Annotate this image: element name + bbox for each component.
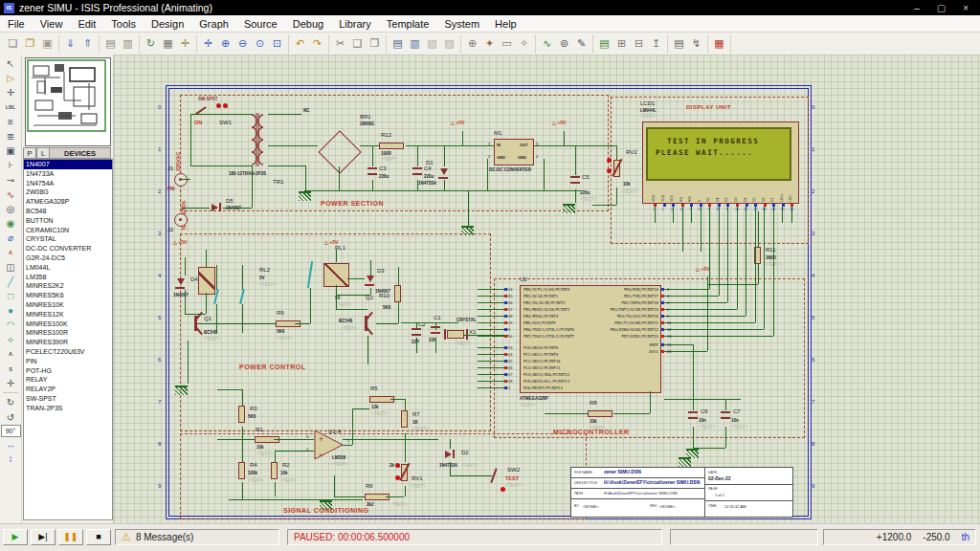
sw2-ref[interactable]: SW2 [507,467,520,473]
remove-sheet-icon[interactable]: ⊟ [631,35,647,52]
block-move-icon[interactable]: ▥ [407,35,423,52]
br1-ref[interactable]: BR1 [360,114,371,120]
component-J1[interactable] [174,173,188,187]
wire-label-mode-icon[interactable]: LBL [2,100,19,115]
r10-ref[interactable]: R10 [379,293,390,298]
menu-system[interactable]: System [436,17,487,31]
message-panel[interactable]: ⚠ 8 Message(s) [115,529,279,545]
device-MINRES10K[interactable]: MINRES10K [24,300,112,310]
redo-icon[interactable]: ↷ [309,35,325,52]
pan-icon[interactable]: ✛ [200,35,216,52]
c6-ref[interactable]: C6 [701,408,708,414]
decompose-icon[interactable]: ✧ [516,35,532,52]
device-list[interactable]: 1N40071N4733A1N4754A2W08GATMEGA328PBC548… [23,159,113,520]
device-1N4733A[interactable]: 1N4733A [24,169,112,179]
generator-mode-icon[interactable]: ◉ [2,216,19,231]
device-TRAN-2P3S[interactable]: TRAN-2P3S [24,404,112,413]
minimize-button[interactable]: – [914,3,920,13]
menu-library[interactable]: Library [331,17,379,31]
r5-ref[interactable]: R5 [370,386,378,391]
bus-mode-icon[interactable]: ≣ [2,129,19,143]
toggle-grid-icon[interactable]: ▦ [160,35,176,52]
d5-ref[interactable]: D5 [226,198,234,204]
component-D4[interactable] [177,278,185,285]
menu-debug[interactable]: Debug [285,17,331,31]
device-BC548[interactable]: BC548 [24,207,112,216]
device-PIN[interactable]: PIN [24,357,112,366]
r3-ref[interactable]: R3 [250,406,257,411]
voltage-probe-mode-icon[interactable]: ⌀ [2,231,19,245]
rv2-ref[interactable]: RV2 [626,149,637,155]
rotate-anticlockwise-icon[interactable]: ↺ [2,410,19,425]
menu-edit[interactable]: Edit [70,17,103,31]
d3-ref[interactable]: D3 [377,268,385,274]
rotate-clockwise-icon[interactable]: ↻ [2,395,19,409]
menu-view[interactable]: View [33,17,71,31]
device-CRYSTAL[interactable]: CRYSTAL [24,234,112,244]
u2-ref[interactable]: U2 [520,276,527,282]
menu-template[interactable]: Template [379,17,437,31]
graph-mode-icon[interactable]: ∿ [2,187,19,202]
preview-pane[interactable] [25,57,111,146]
r4-ref[interactable]: R4 [250,462,257,468]
block-copy-icon[interactable]: ▤ [390,35,406,52]
device-MINRES100R[interactable]: MINRES100R [24,328,112,338]
device-RELAY2P[interactable]: RELAY2P [24,385,112,394]
step-button[interactable]: ▶| [31,529,56,545]
schematic-canvas[interactable]: POWER SECTION DISPLAY UNIT POWER CONTROL… [114,55,980,524]
2d-path-mode-icon[interactable]: ✧ [2,333,19,347]
m1-ref[interactable]: M1 [494,130,501,136]
2d-symbol-mode-icon[interactable]: S [2,362,19,376]
cut-icon[interactable]: ✂ [332,35,348,52]
design-explorer-icon[interactable]: ▤ [596,35,612,52]
exit-to-parent-icon[interactable]: ↥ [648,35,664,52]
component-C7[interactable] [721,411,730,420]
mark-output-area-icon[interactable]: ▥ [120,35,136,52]
tape-recorder-mode-icon[interactable]: ◎ [2,202,19,216]
text-script-mode-icon[interactable]: ≡ [2,115,19,129]
component-R4[interactable] [238,462,245,479]
device-2W08G[interactable]: 2W08G [24,187,112,197]
menu-source[interactable]: Source [236,17,285,31]
packaging-tool-icon[interactable]: ▭ [499,35,515,52]
2d-line-mode-icon[interactable]: ╱ [2,275,19,289]
component-D2[interactable] [445,451,452,458]
component-C6[interactable] [688,411,698,420]
device-MINRES2K2[interactable]: MINRES2K2 [24,281,112,291]
new-sheet-icon[interactable]: ⊞ [613,35,630,52]
flip-vertical-icon[interactable]: ↕ [2,452,19,466]
property-assignment-icon[interactable]: ✎ [573,35,590,52]
restore-button[interactable]: ▢ [937,3,946,13]
subcircuit-mode-icon[interactable]: ▣ [2,143,19,158]
component-R7[interactable] [401,410,408,428]
block-delete-icon[interactable]: ▨ [441,35,457,52]
redraw-icon[interactable]: ↻ [143,35,159,52]
component-X1[interactable] [447,330,464,339]
r2-ref[interactable]: R2 [282,462,290,468]
2d-text-mode-icon[interactable]: A [2,347,19,362]
print-icon[interactable]: ▤ [102,35,119,52]
stop-button[interactable]: ■ [86,529,111,545]
zoom-in-icon[interactable]: ⊕ [217,35,234,52]
export-section-icon[interactable]: ⇑ [79,35,96,52]
c1-ref[interactable]: C1 [434,315,441,320]
component-R8[interactable] [588,410,612,417]
pick-device-icon[interactable]: ⊕ [464,35,480,52]
import-section-icon[interactable]: ⇓ [62,35,78,52]
r6-ref[interactable]: R6 [366,483,373,489]
wire-autorouter-icon[interactable]: ∿ [539,35,555,52]
junction-dot-mode-icon[interactable]: ✛ [2,85,19,99]
device-MINRES12K[interactable]: MINRES12K [24,310,112,320]
play-button[interactable]: ▶ [3,529,28,545]
c5-ref[interactable]: C5 [582,174,590,180]
component-TR1[interactable] [240,110,275,169]
2d-arc-mode-icon[interactable]: ◠ [2,318,19,332]
rv1-ref[interactable]: RV1 [412,475,423,481]
terminal-mode-icon[interactable]: ⊦ [2,158,19,172]
component-C3[interactable] [368,167,377,176]
component-RL2[interactable] [198,267,215,295]
electrical-rule-check-icon[interactable]: ↯ [688,35,704,52]
c7-ref[interactable]: C7 [733,408,741,414]
save-file-icon[interactable]: ▣ [39,35,56,52]
sw1-ref[interactable]: SW1 [219,120,232,125]
